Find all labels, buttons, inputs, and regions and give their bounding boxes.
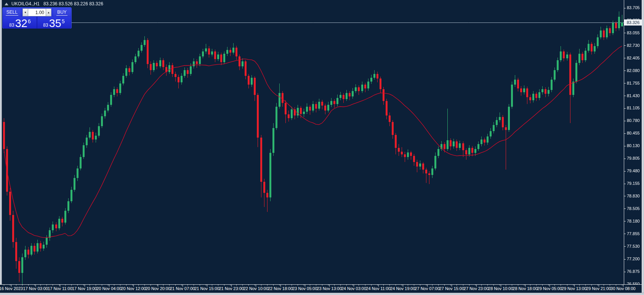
price-axis-tick [624,272,626,272]
time-axis-label: 22 Nov 18:00 [268,286,293,291]
window-edge-left [0,0,2,295]
price-axis-label: 77.200 [627,257,640,261]
time-axis-minor-tick [163,285,163,285]
price-axis-tick [624,208,626,209]
time-axis-label: 24 Nov 11:00 [366,286,391,291]
time-axis-minor-tick [328,285,328,285]
time-axis-minor-tick [151,285,151,285]
time-axis-minor-tick [579,285,580,285]
time-axis-minor-tick [573,285,574,285]
price-axis-tick [624,246,626,247]
price-axis-label: 78.180 [627,219,640,224]
time-axis-minor-tick [96,285,96,285]
time-axis-minor-tick [200,285,200,285]
time-axis-minor-tick [285,285,286,285]
time-axis-minor-tick [402,285,402,285]
time-axis-minor-tick [463,285,463,285]
time-axis-minor-tick [383,285,384,285]
time-axis-minor-tick [102,285,102,285]
chart-canvas[interactable] [0,0,644,295]
spin-up-icon: ▴ [48,11,49,14]
sell-price-sup: 6 [28,19,31,24]
price-axis-tick [624,71,626,71]
volume-input[interactable] [28,8,46,16]
time-axis-label: 24 Nov 19:00 [390,286,415,291]
time-axis-minor-tick [90,285,90,285]
time-axis-minor-tick [512,285,512,285]
price-axis-tick [624,96,626,96]
time-axis-minor-tick [346,285,347,285]
trading-platform-window: UKOILG4.,H1 83.236 83.526 83.226 83.326 … [0,0,644,295]
time-axis-minor-tick [554,285,555,285]
time-axis-label: 28 Nov 10:00 [488,286,513,291]
symbol-triangle-icon [5,3,8,5]
time-axis-minor-tick [316,285,316,285]
time-axis-minor-tick [194,285,194,285]
price-axis-label: 81.755 [627,81,640,86]
price-axis-tick [624,83,626,83]
current-price-tag: 83.326 [624,19,642,26]
volume-decrease-button[interactable]: ▾ [22,8,28,16]
price-axis-tick [624,58,626,58]
time-axis-minor-tick [616,285,616,285]
price-axis-label: 83.055 [627,30,640,35]
time-axis-label: 27 Nov 15:00 [439,286,464,291]
time-axis-minor-tick [304,285,304,285]
time-axis-minor-tick [371,285,372,285]
time-axis-minor-tick [432,285,433,285]
time-axis-label: 20 Nov 12:00 [121,286,146,291]
time-axis-minor-tick [414,285,414,285]
sell-button-label: SELL [6,10,18,16]
time-axis-minor-tick [426,285,426,285]
time-axis-minor-tick [255,285,255,285]
price-axis-tick [624,45,626,46]
time-axis-minor-tick [65,285,66,285]
time-axis-label: 24 Nov 03:00 [341,286,366,291]
price-axis-label: 77.855 [627,231,640,236]
time-axis-minor-tick [224,285,224,285]
ohlc-values: 83.236 83.526 83.226 83.326 [43,1,103,6]
volume-increase-button[interactable]: ▴ [46,8,51,16]
time-axis-minor-tick [144,285,145,285]
time-axis-minor-tick [132,285,133,285]
time-axis-label: 30 Nov 08:00 [610,286,635,291]
price-axis-label: 80.455 [627,131,640,136]
time-axis-minor-tick [71,285,72,285]
time-scale[interactable]: 16 Nov 202317 Nov 03:0017 Nov 11:0017 No… [0,284,642,293]
window-edge-right [642,0,644,295]
time-axis-label: 29 Nov 05:00 [537,286,562,291]
one-click-trading-panel: SELL ▾ ▴ BUY 83 32 6 83 35 [2,7,72,29]
time-axis-minor-tick [604,285,604,285]
time-axis-minor-tick [114,285,114,285]
buy-button[interactable]: BUY [53,8,70,16]
price-axis-tick [624,171,626,172]
price-axis-tick [624,259,626,260]
price-axis-tick [624,33,626,33]
buy-price-sup: 5 [62,19,65,24]
time-axis-minor-tick [542,285,543,285]
price-axis-label: 82.730 [627,43,640,48]
time-axis-label: 21 Nov 15:00 [194,286,219,291]
time-axis-minor-tick [518,285,518,285]
time-axis-label: 20 Nov 20:00 [146,286,170,291]
buy-price-display[interactable]: 83 35 5 [37,17,70,29]
time-axis-minor-tick [22,285,22,285]
sell-price-small: 83 [9,23,14,27]
price-axis-tick [624,8,626,8]
price-axis-label: 78.505 [627,206,640,211]
price-axis-tick [624,159,626,159]
time-axis-minor-tick [108,285,108,285]
price-axis-label: 81.105 [627,106,640,111]
price-scale[interactable]: 83.326 83.70583.38083.05582.73082.40582.… [624,0,642,284]
time-axis-minor-tick [212,285,212,285]
sell-button[interactable]: SELL [3,8,21,16]
time-axis-minor-tick [500,285,500,285]
time-axis-minor-tick [157,285,157,285]
price-axis-tick [624,108,626,109]
time-axis-minor-tick [524,285,524,285]
sell-price-display[interactable]: 83 32 6 [3,17,37,29]
time-axis-minor-tick [530,285,530,285]
price-axis-label: 77.530 [627,244,640,249]
time-axis-minor-tick [34,285,35,285]
time-axis-minor-tick [475,285,476,285]
